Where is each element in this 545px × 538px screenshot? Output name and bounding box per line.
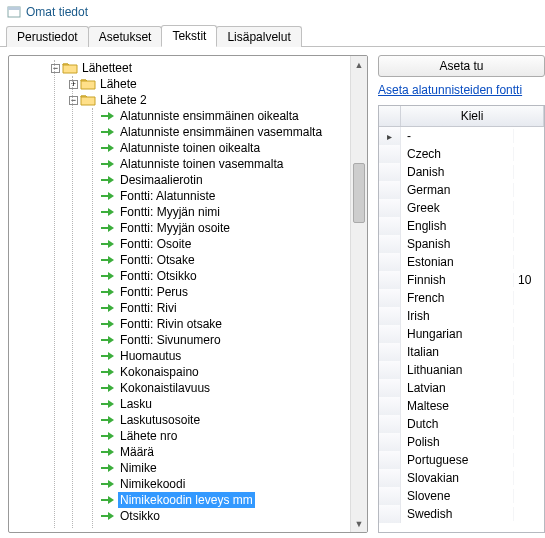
language-name: Spanish [401,237,514,251]
tree-item[interactable]: Fontti: Sivunumero [11,332,348,348]
language-name: Slovakian [401,471,514,485]
tree-item-label: Nimikekoodi [118,476,187,492]
tree-item[interactable]: Alatunniste toinen oikealta [11,140,348,156]
language-row[interactable]: Spanish [379,235,544,253]
tree-item[interactable]: Fontti: Rivi [11,300,348,316]
language-row[interactable]: Estonian [379,253,544,271]
tab-asetukset[interactable]: Asetukset [88,26,163,47]
language-grid: Kieli ▸-CzechDanishGermanGreekEnglishSpa… [378,105,545,533]
tab-bar: PerustiedotAsetuksetTekstitLisäpalvelut [0,24,545,47]
language-row[interactable]: Swedish [379,505,544,523]
row-indicator-icon [379,271,401,289]
language-row[interactable]: Italian [379,343,544,361]
tree-item[interactable]: Kokonaistilavuus [11,380,348,396]
folder-icon [80,77,96,91]
scroll-down-arrow-icon[interactable]: ▼ [351,515,367,532]
tree-item[interactable]: Otsikko [11,508,348,524]
language-name: Hungarian [401,327,514,341]
tree-item[interactable]: Fontti: Myyjän nimi [11,204,348,220]
language-name: Italian [401,345,514,359]
language-row[interactable]: Finnish10 [379,271,544,289]
arrow-right-icon [100,509,116,523]
tree-item[interactable]: Fontti: Myyjän osoite [11,220,348,236]
tree-item-label: Lasku [118,396,154,412]
tree-item[interactable]: Nimike [11,460,348,476]
tree-item[interactable]: Fontti: Perus [11,284,348,300]
language-row[interactable]: Irish [379,307,544,325]
language-row[interactable]: Maltese [379,397,544,415]
tree-item[interactable]: Desimaalierotin [11,172,348,188]
tree-item[interactable]: Kokonaispaino [11,364,348,380]
tab-perustiedot[interactable]: Perustiedot [6,26,89,47]
language-row[interactable]: Czech [379,145,544,163]
set-button[interactable]: Aseta tu [378,55,545,77]
row-indicator-icon [379,451,401,469]
tree-item[interactable]: −Lähetteet [11,60,348,76]
language-row[interactable]: German [379,181,544,199]
row-indicator-icon [379,217,401,235]
language-row[interactable]: Latvian [379,379,544,397]
language-name: Polish [401,435,514,449]
language-row[interactable]: French [379,289,544,307]
tree-item[interactable]: Alatunniste ensimmäinen vasemmalta [11,124,348,140]
arrow-right-icon [100,349,116,363]
tree-item[interactable]: Alatunniste toinen vasemmalta [11,156,348,172]
tab-tekstit[interactable]: Tekstit [161,25,217,47]
scroll-thumb[interactable] [353,163,365,223]
language-row[interactable]: Dutch [379,415,544,433]
tree-item[interactable]: Fontti: Osoite [11,236,348,252]
tree-item[interactable]: Lasku [11,396,348,412]
language-row[interactable]: Polish [379,433,544,451]
tree-item-label: Huomautus [118,348,183,364]
language-row[interactable]: ▸- [379,127,544,145]
tree-item[interactable]: Lähete nro [11,428,348,444]
tab-lisäpalvelut[interactable]: Lisäpalvelut [216,26,301,47]
arrow-right-icon [100,157,116,171]
language-row[interactable]: Greek [379,199,544,217]
tree-item[interactable]: Alatunniste ensimmäinen oikealta [11,108,348,124]
row-indicator-icon [379,145,401,163]
tree-item-label: Määrä [118,444,156,460]
tree-item[interactable]: −Lähete 2 [11,92,348,108]
language-row[interactable]: English [379,217,544,235]
tree-item[interactable]: Fontti: Rivin otsake [11,316,348,332]
language-name: Finnish [401,273,514,287]
language-name: Maltese [401,399,514,413]
language-row[interactable]: Hungarian [379,325,544,343]
tree-item[interactable]: Nimikekoodi [11,476,348,492]
tree-item[interactable]: Huomautus [11,348,348,364]
language-row[interactable]: Lithuanian [379,361,544,379]
scroll-up-arrow-icon[interactable]: ▲ [351,56,367,73]
tree-item-label: Kokonaistilavuus [118,380,212,396]
tree-item[interactable]: Laskutusosoite [11,412,348,428]
grid-header-kieli[interactable]: Kieli [401,106,544,126]
tree-scrollbar[interactable]: ▲ ▼ [350,56,367,532]
language-row[interactable]: Slovakian [379,469,544,487]
row-indicator-icon [379,163,401,181]
language-row[interactable]: Danish [379,163,544,181]
language-row[interactable]: Portuguese [379,451,544,469]
language-name: Lithuanian [401,363,514,377]
row-indicator-icon [379,307,401,325]
arrow-right-icon [100,173,116,187]
language-row[interactable]: Slovene [379,487,544,505]
row-indicator-icon [379,181,401,199]
tree-item[interactable]: Fontti: Otsake [11,252,348,268]
set-footer-font-link[interactable]: Aseta alatunnisteiden fontti [378,83,545,97]
tree-item[interactable]: +Lähete [11,76,348,92]
language-name: Czech [401,147,514,161]
tree-item-label: Fontti: Rivi [118,300,179,316]
collapse-toggle-icon[interactable]: − [51,64,60,73]
language-name: Latvian [401,381,514,395]
expand-toggle-icon[interactable]: + [69,80,78,89]
tree-item[interactable]: Fontti: Alatunniste [11,188,348,204]
tree-pane: −Lähetteet+Lähete−Lähete 2Alatunniste en… [8,55,368,533]
collapse-toggle-icon[interactable]: − [69,96,78,105]
row-indicator-icon: ▸ [379,127,401,145]
tree-item[interactable]: Fontti: Otsikko [11,268,348,284]
tree-item-label: Desimaalierotin [118,172,205,188]
tree-item[interactable]: Nimikekoodin leveys mm [11,492,348,508]
tree-item[interactable]: Määrä [11,444,348,460]
arrow-right-icon [100,205,116,219]
tree-item-label: Alatunniste ensimmäinen oikealta [118,108,301,124]
